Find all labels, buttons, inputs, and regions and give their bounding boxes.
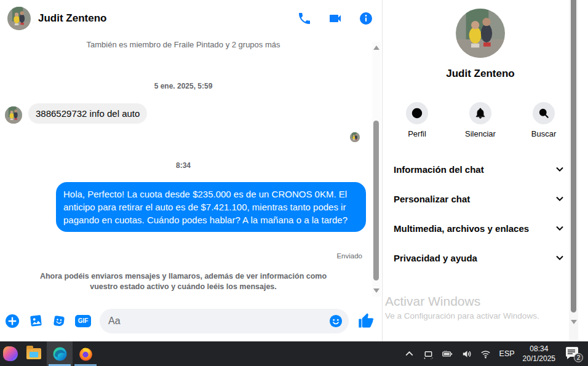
seen-indicator-avatar — [350, 132, 360, 142]
chevron-down-icon — [555, 164, 565, 174]
section-customize-chat[interactable]: Personalizar chat — [383, 184, 578, 213]
privacy-note: Ahora podéis enviaros mensajes y llamaro… — [36, 271, 331, 292]
chat-pane: Judit Zenteno También es miembro de Frai… — [0, 0, 383, 341]
message-input[interactable] — [108, 316, 329, 327]
chat-header: Judit Zenteno — [0, 0, 382, 37]
image-icon[interactable] — [28, 314, 43, 328]
taskbar-apps — [0, 341, 98, 366]
notification-icon[interactable]: 2 — [566, 347, 582, 360]
chat-scrollbar[interactable] — [372, 42, 381, 296]
mute-button[interactable]: Silenciar — [462, 102, 499, 138]
chat-scrollbar-thumb[interactable] — [373, 121, 379, 280]
search-button[interactable]: Buscar — [525, 102, 562, 138]
member-note: También es miembro de Fraile Pintado y 2… — [0, 40, 367, 49]
windows-taskbar: ESP 08:34 20/1/2025 2 — [0, 341, 588, 366]
mute-button-label: Silenciar — [465, 129, 496, 138]
section-label: Información del chat — [394, 164, 484, 175]
battery-icon[interactable] — [442, 348, 453, 359]
video-icon[interactable] — [328, 11, 343, 26]
chevron-down-icon — [555, 194, 565, 204]
sent-status: Enviado — [336, 252, 362, 260]
section-privacy-help[interactable]: Privacidad y ayuda — [383, 243, 578, 273]
plus-icon[interactable] — [5, 314, 20, 328]
notification-badge: 2 — [574, 353, 583, 362]
clock-time: 08:34 — [523, 344, 555, 354]
gif-icon[interactable]: GIF — [75, 315, 91, 327]
emoji-icon[interactable] — [329, 314, 343, 328]
bell-icon — [469, 102, 491, 124]
section-media-files-links[interactable]: Multimedia, archivos y enlaces — [383, 213, 578, 243]
incoming-message-bubble[interactable]: 3886529732 info del auto — [28, 103, 147, 124]
system-tray: ESP 08:34 20/1/2025 2 — [404, 341, 588, 366]
profile-button-label: Perfil — [408, 129, 426, 138]
profile-avatar-large[interactable] — [456, 9, 505, 58]
section-chat-info[interactable]: Información del chat — [383, 154, 578, 184]
section-list: Información del chat Personalizar chat M… — [383, 154, 578, 273]
firefox-icon[interactable] — [73, 341, 98, 366]
contact-name: Judit Zenteno — [38, 12, 106, 25]
sidebar-scrollbar-thumb[interactable] — [571, 0, 576, 312]
search-icon — [533, 102, 555, 124]
file-explorer-icon[interactable] — [21, 341, 47, 366]
messenger-window: Judit Zenteno También es miembro de Frai… — [0, 0, 588, 341]
incoming-message-row: 3886529732 info del auto — [5, 103, 147, 124]
taskbar-clock[interactable]: 08:34 20/1/2025 — [523, 344, 555, 364]
section-label: Personalizar chat — [394, 194, 470, 204]
message-list: También es miembro de Fraile Pintado y 2… — [0, 37, 382, 305]
profile-name: Judit Zenteno — [446, 68, 514, 80]
chevron-down-icon — [555, 253, 565, 263]
scroll-down-arrow[interactable] — [373, 288, 379, 293]
sidebar-scroll-down-arrow[interactable] — [571, 320, 577, 324]
volume-icon[interactable] — [461, 348, 472, 359]
cast-icon[interactable] — [423, 348, 434, 359]
chat-details-sidebar: Judit Zenteno Perfil Silenciar Buscar — [383, 0, 578, 341]
sidebar-scrollbar[interactable] — [569, 0, 578, 341]
wifi-icon[interactable] — [480, 348, 491, 359]
phone-icon[interactable] — [297, 11, 312, 26]
edge-icon[interactable] — [47, 341, 73, 366]
composer: GIF — [0, 305, 382, 341]
message-time: 8:34 — [0, 161, 367, 170]
chevron-up-icon[interactable] — [404, 348, 415, 359]
section-label: Multimedia, archivos y enlaces — [394, 223, 529, 234]
language-indicator[interactable]: ESP — [499, 349, 515, 358]
scroll-up-arrow[interactable] — [373, 46, 379, 50]
profile-action-row: Perfil Silenciar Buscar — [399, 102, 562, 138]
outgoing-message-bubble[interactable]: Hola, Perfecto! La cuota desde $235.000 … — [56, 182, 366, 232]
message-input-wrap[interactable] — [100, 309, 349, 333]
section-label: Privacidad y ayuda — [394, 253, 477, 263]
sticker-icon[interactable] — [52, 314, 66, 328]
date-divider: 5 ene. 2025, 5:59 — [0, 82, 367, 90]
search-button-label: Buscar — [531, 129, 556, 138]
clock-date: 20/1/2025 — [523, 354, 555, 364]
activate-windows-watermark: Activar Windows Ve a Configuración para … — [385, 294, 539, 320]
thumbs-up-icon[interactable] — [357, 312, 375, 330]
watermark-title: Activar Windows — [385, 294, 539, 309]
copilot-icon[interactable] — [0, 341, 21, 366]
profile-button[interactable]: Perfil — [399, 102, 435, 138]
watermark-subtitle: Ve a Configuración para activar Windows. — [385, 311, 539, 320]
contact-avatar[interactable] — [7, 7, 31, 30]
chevron-down-icon — [555, 223, 565, 233]
profile-icon — [406, 102, 428, 124]
sender-avatar[interactable] — [5, 106, 22, 124]
info-icon[interactable] — [359, 11, 373, 26]
